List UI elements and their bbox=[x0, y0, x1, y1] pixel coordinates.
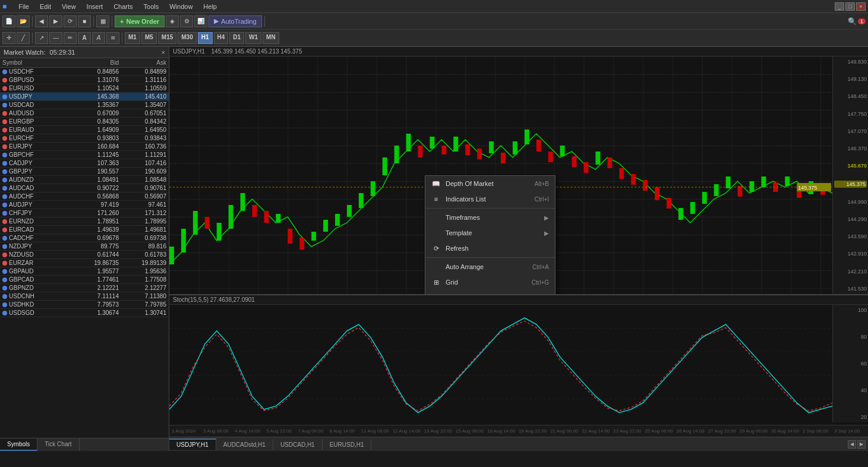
tab-left-arrow[interactable]: ◀ bbox=[848, 440, 856, 449]
context-menu-item[interactable]: Timeframes ▶ bbox=[425, 210, 555, 225]
market-watch-row[interactable]: GBPNZD 2.12221 2.12277 bbox=[0, 284, 169, 292]
tf-m30[interactable]: M30 bbox=[178, 32, 196, 44]
context-menu-item[interactable]: ⊞ Grid Ctrl+G bbox=[425, 274, 555, 290]
market-watch-row[interactable]: GBPJPY 190.557 190.609 bbox=[0, 168, 169, 176]
context-menu-item[interactable]: Auto Arrange Ctrl+A bbox=[425, 259, 555, 274]
menu-insert[interactable]: Insert bbox=[82, 2, 108, 11]
market-watch-row[interactable]: USDCAD 1.35367 1.35407 bbox=[0, 101, 169, 109]
market-watch-row[interactable]: EURJPY 160.684 160.736 bbox=[0, 143, 169, 151]
context-menu-item[interactable]: Template ▶ bbox=[425, 225, 555, 241]
tab-eurusd-h1[interactable]: EURUSD,H1 bbox=[323, 439, 372, 450]
minimize-button[interactable]: _ bbox=[835, 2, 844, 11]
market-watch-row[interactable]: GBPAUD 1.95577 1.95636 bbox=[0, 267, 169, 276]
ctx-item-icon: ▦ bbox=[431, 293, 441, 294]
tf-h4[interactable]: H4 bbox=[214, 32, 229, 44]
market-watch-row[interactable]: GBPUSD 1.31076 1.31116 bbox=[0, 76, 169, 84]
new-order-button[interactable]: + New Order bbox=[115, 15, 165, 27]
tb-forward[interactable]: ▶ bbox=[49, 15, 62, 27]
svg-text:145.375: 145.375 bbox=[798, 185, 817, 191]
market-watch-row[interactable]: USDCNH 7.11114 7.11380 bbox=[0, 292, 169, 301]
tb-line[interactable]: ╱ bbox=[17, 32, 30, 44]
tb-btn-6[interactable]: ⚙ bbox=[180, 15, 193, 27]
svg-rect-73 bbox=[169, 305, 832, 422]
auto-trading-button[interactable]: ▶ AutoTrading bbox=[209, 15, 262, 27]
market-watch-row[interactable]: EURCHF 0.93803 0.93843 bbox=[0, 134, 169, 143]
close-button[interactable]: × bbox=[856, 2, 866, 11]
ctx-item-label: Timeframes bbox=[446, 214, 480, 221]
tab-symbols[interactable]: Symbols bbox=[0, 438, 37, 451]
market-watch-row[interactable]: USDSGD 1.30674 1.30741 bbox=[0, 309, 169, 317]
stochastic-canvas[interactable]: 100 80 60 40 20 bbox=[169, 305, 868, 422]
menu-file[interactable]: File bbox=[14, 2, 34, 11]
market-watch-row[interactable]: GBPCAD 1.77461 1.77508 bbox=[0, 276, 169, 284]
tb-open-btn[interactable]: 📂 bbox=[17, 15, 30, 27]
context-menu-item[interactable]: ≡ Indicators List Ctrl+I bbox=[425, 191, 555, 207]
market-watch-row[interactable]: CADCHF 0.69678 0.69738 bbox=[0, 234, 169, 242]
tab-right-arrow[interactable]: ▶ bbox=[857, 440, 866, 449]
market-watch-row[interactable]: USDJPY 145.368 145.410 bbox=[0, 93, 169, 101]
market-watch-row[interactable]: USDHKD 7.79573 7.79785 bbox=[0, 301, 169, 309]
tf-w1[interactable]: W1 bbox=[245, 32, 261, 44]
tf-mn[interactable]: MN bbox=[263, 32, 279, 44]
svg-rect-29 bbox=[347, 205, 352, 217]
tb-fibo[interactable]: ≋ bbox=[106, 32, 119, 44]
tf-h1[interactable]: H1 bbox=[198, 32, 213, 44]
menu-charts[interactable]: Charts bbox=[109, 2, 137, 11]
market-watch-row[interactable]: EURCAD 1.49639 1.49681 bbox=[0, 226, 169, 234]
tb-chart-bar[interactable]: ▦ bbox=[96, 15, 109, 27]
market-watch-row[interactable]: AUDCAD 0.90722 0.90761 bbox=[0, 184, 169, 193]
market-watch-row[interactable]: NZDJPY 89.775 89.816 bbox=[0, 242, 169, 251]
context-menu-item[interactable]: 📖 Depth Of Market Alt+B bbox=[425, 176, 555, 191]
main-chart[interactable]: 145.375 149.830 149.130 148.450 147.750 … bbox=[169, 56, 868, 294]
market-watch-row[interactable]: EURZAR 19.86735 19.89139 bbox=[0, 259, 169, 267]
svg-rect-49 bbox=[584, 162, 589, 173]
tb-hline[interactable]: — bbox=[49, 32, 62, 44]
tb-new-btn[interactable]: 📄 bbox=[2, 15, 15, 27]
col-bid: Bid bbox=[71, 59, 119, 66]
market-watch-row[interactable]: AUDJPY 97.419 97.461 bbox=[0, 201, 169, 209]
market-watch-row[interactable]: NZDUSD 0.61744 0.61783 bbox=[0, 251, 169, 259]
market-watch-row[interactable]: EURAUD 1.64909 1.64950 bbox=[0, 126, 169, 134]
tb-pen[interactable]: ✏ bbox=[64, 32, 77, 44]
market-watch-row[interactable]: USDCHF 0.84856 0.84899 bbox=[0, 68, 169, 76]
tb-refresh[interactable]: ⟳ bbox=[64, 15, 77, 27]
market-watch-row[interactable]: CADJPY 107.363 107.416 bbox=[0, 159, 169, 168]
maximize-button[interactable]: □ bbox=[845, 2, 855, 11]
market-watch-row[interactable]: GBPCHF 1.11245 1.11291 bbox=[0, 151, 169, 159]
market-watch-row[interactable]: AUDNZD 1.08491 1.08548 bbox=[0, 176, 169, 184]
tb-stop[interactable]: ■ bbox=[78, 15, 91, 27]
menu-view[interactable]: View bbox=[57, 2, 81, 11]
market-watch-close[interactable]: × bbox=[162, 49, 165, 56]
tb-btn-5[interactable]: ◈ bbox=[166, 15, 179, 27]
tf-m5[interactable]: M5 bbox=[141, 32, 157, 44]
tb-text[interactable]: A bbox=[78, 32, 91, 44]
tb-back[interactable]: ◀ bbox=[35, 15, 48, 27]
menu-tools[interactable]: Tools bbox=[139, 2, 164, 11]
menu-edit[interactable]: Edit bbox=[35, 2, 56, 11]
market-watch-row[interactable]: EURGBP 0.84305 0.84342 bbox=[0, 118, 169, 126]
tab-audcad-h1[interactable]: AUDCADstd,H1 bbox=[216, 439, 273, 450]
tf-m1[interactable]: M1 bbox=[125, 32, 140, 44]
market-watch-row[interactable]: AUDCHF 0.56868 0.56907 bbox=[0, 193, 169, 201]
tab-usdjpy-h1[interactable]: USDJPY,H1 bbox=[169, 438, 216, 450]
menu-window[interactable]: Window bbox=[165, 2, 197, 11]
market-watch-row[interactable]: EURNZD 1.78951 1.78995 bbox=[0, 217, 169, 226]
sep-5 bbox=[32, 33, 33, 43]
tf-d1[interactable]: D1 bbox=[229, 32, 244, 44]
context-menu-item[interactable]: ⟳ Refresh bbox=[425, 241, 555, 256]
menu-help[interactable]: Help bbox=[198, 2, 222, 11]
tb-abc[interactable]: A bbox=[92, 32, 105, 44]
time-label: 12 Aug 14:00 bbox=[393, 428, 424, 434]
market-watch-row[interactable]: CHFJPY 171.260 171.312 bbox=[0, 209, 169, 217]
market-watch-row[interactable]: AUDUSD 0.67009 0.67051 bbox=[0, 109, 169, 118]
tb-btn-7[interactable]: 📊 bbox=[194, 15, 207, 27]
market-watch-row[interactable]: EURUSD 1.10524 1.10559 bbox=[0, 84, 169, 93]
tb-arrow[interactable]: ↗ bbox=[35, 32, 48, 44]
svg-rect-28 bbox=[335, 214, 340, 226]
tf-m15[interactable]: M15 bbox=[158, 32, 176, 44]
tb-crosshair[interactable]: ✛ bbox=[2, 32, 15, 44]
sep-1 bbox=[32, 16, 33, 27]
context-menu-item[interactable]: ▦ Volumes Ctrl+L bbox=[425, 290, 555, 294]
tab-tick-chart[interactable]: Tick Chart bbox=[37, 438, 79, 451]
tab-usdcad-h1[interactable]: USDCAD,H1 bbox=[273, 439, 323, 450]
